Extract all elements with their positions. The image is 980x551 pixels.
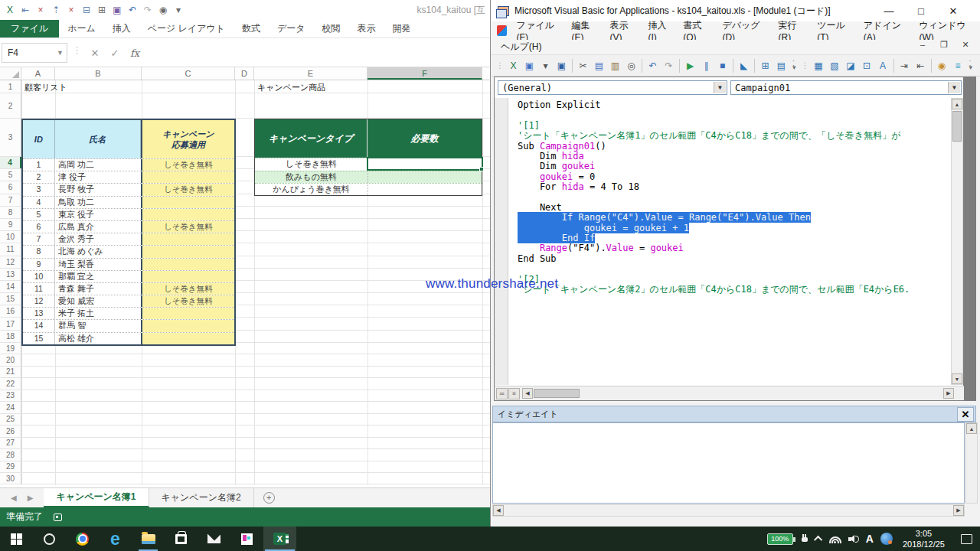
customer-id-cell[interactable]: 4 xyxy=(23,197,55,208)
row-header-17[interactable]: 17 xyxy=(0,318,21,329)
customer-name-cell[interactable]: 北海 めぐみ xyxy=(55,246,141,257)
scroll-left-icon[interactable]: ◀ xyxy=(522,388,533,399)
add-sheet-icon[interactable]: + xyxy=(263,492,275,504)
row-header-11[interactable]: 11 xyxy=(0,243,21,255)
customer-campaign-cell[interactable] xyxy=(141,209,234,220)
customer-id-cell[interactable]: 12 xyxy=(23,295,55,307)
ribbon-tab-2[interactable]: 挿入 xyxy=(104,20,139,37)
customer-id-cell[interactable]: 3 xyxy=(23,184,55,195)
parameter-info-icon[interactable]: ▧ xyxy=(827,58,843,73)
fill-handle[interactable] xyxy=(479,167,484,171)
undo-icon[interactable]: ↶ xyxy=(126,3,139,17)
campaign-type-cell[interactable]: しそ巻き無料 xyxy=(255,158,368,171)
customer-campaign-cell[interactable] xyxy=(141,271,234,282)
photos-icon[interactable] xyxy=(230,527,263,551)
column-header-C[interactable]: C xyxy=(142,67,235,80)
scroll-down-icon[interactable]: ▼ xyxy=(952,373,962,384)
project-explorer-icon[interactable]: ⊞ xyxy=(757,58,773,73)
touch-mode-icon[interactable]: ◉ xyxy=(156,3,170,17)
customer-name-cell[interactable]: 東京 役子 xyxy=(55,209,141,220)
customer-campaign-cell[interactable]: しそ巻き無料 xyxy=(141,221,234,233)
immediate-window-header[interactable]: イミディエイト ✕ xyxy=(492,406,976,422)
row-header-30[interactable]: 30 xyxy=(0,473,21,484)
customer-name-cell[interactable]: 米子 拓土 xyxy=(55,308,141,319)
code-line[interactable]: '[1] xyxy=(518,121,910,131)
row-header-16[interactable]: 16 xyxy=(0,305,21,317)
customer-id-cell[interactable]: 13 xyxy=(23,308,55,319)
properties-window-icon[interactable]: ▤ xyxy=(773,58,789,73)
campaign-count-cell[interactable] xyxy=(368,184,482,195)
code-line[interactable]: End If xyxy=(518,233,910,243)
customer-id-cell[interactable]: 5 xyxy=(23,209,55,220)
customer-id-cell[interactable]: 15 xyxy=(23,333,55,344)
delete-cells-icon[interactable]: × xyxy=(64,3,78,17)
clock[interactable]: 3:05 2018/12/25 xyxy=(900,528,948,549)
customer-name-cell[interactable]: 群馬 智 xyxy=(55,320,141,331)
mail-icon[interactable] xyxy=(198,527,230,551)
name-box[interactable]: F4▼ xyxy=(2,43,67,63)
row-header-12[interactable]: 12 xyxy=(0,256,21,268)
code-line[interactable]: Dim goukei xyxy=(518,161,910,171)
customer-campaign-cell[interactable] xyxy=(141,308,234,319)
edge-icon[interactable]: e xyxy=(99,527,132,551)
wifi-icon[interactable] xyxy=(829,535,841,543)
ribbon-tab-file[interactable]: ファイル xyxy=(0,20,59,37)
breakpoint-margin[interactable] xyxy=(495,98,508,385)
customer-campaign-cell[interactable] xyxy=(141,233,234,245)
code-line[interactable] xyxy=(518,193,910,203)
customer-name-cell[interactable]: 鳥取 功二 xyxy=(55,197,141,208)
find-icon[interactable]: ◎ xyxy=(623,58,639,73)
row-header-29[interactable]: 29 xyxy=(0,461,21,472)
row-header-3[interactable]: 3 xyxy=(0,119,21,156)
code-line[interactable]: End Sub xyxy=(518,254,910,264)
store-icon[interactable] xyxy=(165,527,198,551)
cut-icon[interactable]: ✂ xyxy=(575,58,591,73)
app-sphere-icon[interactable] xyxy=(880,533,893,545)
save-icon[interactable]: ▣ xyxy=(110,3,124,17)
mdi-restore-icon[interactable]: ❐ xyxy=(937,40,951,50)
row-header-4[interactable]: 4 xyxy=(0,157,21,168)
list-icon[interactable]: ≡ xyxy=(950,58,966,73)
mdi-minimize-icon[interactable]: – xyxy=(916,40,929,50)
break-icon[interactable]: ∥ xyxy=(698,58,714,73)
customer-name-cell[interactable]: 長野 牧子 xyxy=(55,184,141,195)
campaign-header-count[interactable]: 必要数 xyxy=(368,119,482,158)
qat-more-icon[interactable]: ▾ xyxy=(172,3,185,17)
row-header-15[interactable]: 15 xyxy=(0,293,21,305)
scroll-right-icon[interactable]: ▶ xyxy=(953,505,964,516)
sheet-tab-2[interactable]: キャンペーン名簿2 xyxy=(149,488,254,507)
scroll-up-icon[interactable]: ▲ xyxy=(966,423,977,434)
column-header-F[interactable]: F xyxy=(368,67,482,80)
customer-id-cell[interactable]: 11 xyxy=(23,283,55,295)
delete-rows-icon[interactable]: × xyxy=(34,3,47,17)
insert-rows-icon[interactable]: ⇡ xyxy=(49,3,63,17)
campaign-count-cell[interactable] xyxy=(368,171,482,183)
customer-name-cell[interactable]: 愛知 威宏 xyxy=(55,295,141,307)
row-header-2[interactable]: 2 xyxy=(0,93,21,118)
customer-name-cell[interactable]: 広島 真介 xyxy=(55,221,141,233)
customer-id-cell[interactable]: 2 xyxy=(23,171,55,183)
ribbon-tab-7[interactable]: 表示 xyxy=(349,20,384,37)
h-scroll-thumb[interactable] xyxy=(534,389,580,398)
row-header-1[interactable]: 1 xyxy=(0,80,21,93)
customer-name-cell[interactable]: 高松 雄介 xyxy=(55,333,141,344)
mdi-close-icon[interactable]: ✕ xyxy=(959,40,972,50)
code-editor[interactable]: Option Explicit '[1]'シート「キャンペーン名簿1」のセル範囲… xyxy=(495,98,951,385)
bookmark-icon[interactable]: ◉ xyxy=(934,58,950,73)
cancel-icon[interactable]: ✕ xyxy=(86,43,104,63)
customer-campaign-cell[interactable]: しそ巻き無料 xyxy=(141,283,234,295)
dropdown-arrow-icon[interactable]: ▼ xyxy=(714,82,726,93)
column-header-A[interactable]: A xyxy=(21,67,55,80)
toolbar-overflow-icon[interactable]: ⁚▾ xyxy=(792,62,796,70)
row-header-24[interactable]: 24 xyxy=(0,402,21,412)
customer-name-cell[interactable]: 金沢 秀子 xyxy=(55,233,141,245)
quick-info-icon[interactable]: ◪ xyxy=(843,58,859,73)
customer-campaign-cell[interactable] xyxy=(141,171,234,183)
redo-icon[interactable]: ↷ xyxy=(141,3,155,17)
code-line[interactable]: 'シート「キャンペーン名簿2」のセル範囲「C4からC18」までの間で、セル範囲「… xyxy=(518,285,910,295)
insert-userform-icon[interactable]: ▣ xyxy=(521,58,537,73)
customer-id-cell[interactable]: 7 xyxy=(23,233,55,245)
code-line[interactable]: Next xyxy=(518,203,910,213)
customer-id-cell[interactable]: 8 xyxy=(23,246,55,257)
macro-record-icon[interactable] xyxy=(54,514,62,521)
